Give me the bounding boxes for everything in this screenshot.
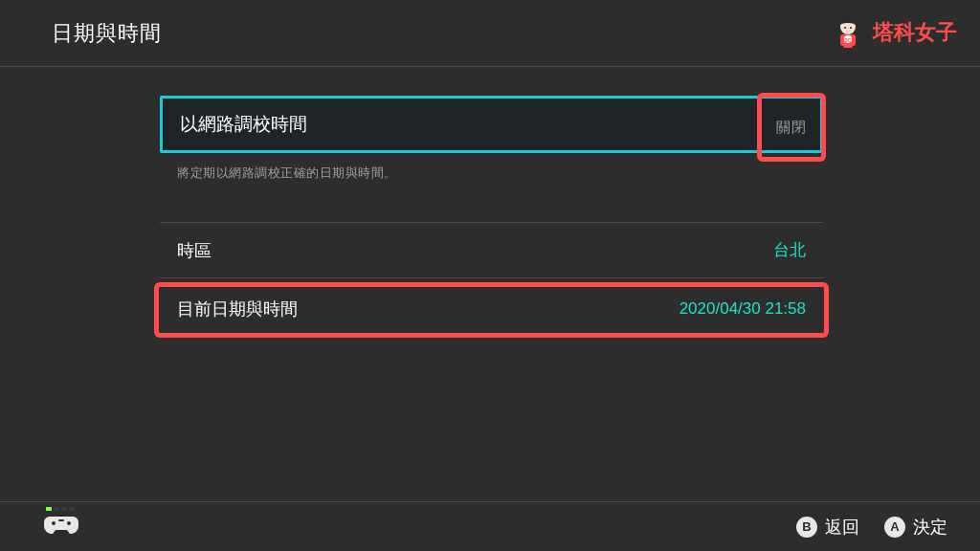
setting-current-datetime-value: 2020/04/30 21:58 — [679, 299, 806, 319]
setting-current-datetime-wrapper: 目前日期與時間 2020/04/30 21:58 — [160, 284, 823, 334]
setting-sync-network-label: 以網路調校時間 — [180, 112, 307, 137]
footer-confirm-label: 決定 — [913, 516, 947, 539]
setting-timezone[interactable]: 時區 台北 — [160, 223, 823, 278]
svg-text:3C: 3C — [845, 37, 852, 43]
svg-rect-9 — [58, 519, 64, 521]
svg-point-2 — [850, 27, 852, 29]
footer-confirm-button[interactable]: A 決定 — [884, 516, 947, 539]
a-button-icon: A — [884, 517, 905, 538]
brand-logo: 3C 塔科女子 — [829, 13, 957, 52]
footer-bar: B 返回 A 決定 — [0, 501, 980, 551]
brand-avatar-icon: 3C — [829, 13, 867, 52]
controller-icon — [44, 513, 78, 541]
setting-sync-network-hint: 將定期以網路調校正確的日期與時間。 — [177, 165, 823, 182]
setting-sync-network[interactable]: 以網路調校時間 關閉 — [160, 96, 823, 153]
setting-sync-network-value: 關閉 — [776, 119, 807, 137]
b-button-icon: B — [796, 517, 817, 538]
setting-current-datetime[interactable]: 目前日期與時間 2020/04/30 21:58 — [160, 284, 823, 334]
header-bar: 日期與時間 3C 塔科女子 — [0, 0, 980, 67]
setting-timezone-label: 時區 — [177, 239, 212, 262]
footer-back-label: 返回 — [825, 516, 859, 539]
footer-actions: B 返回 A 決定 — [796, 516, 947, 539]
svg-point-8 — [67, 521, 71, 525]
page-title: 日期與時間 — [52, 19, 162, 48]
setting-current-datetime-label: 目前日期與時間 — [177, 298, 298, 320]
svg-point-1 — [844, 27, 846, 29]
brand-name: 塔科女子 — [873, 18, 957, 47]
annotation-highlight-sync-value: 關閉 — [757, 93, 826, 162]
footer-back-button[interactable]: B 返回 — [796, 516, 859, 539]
settings-panel: 以網路調校時間 關閉 將定期以網路調校正確的日期與時間。 時區 台北 目前日期與… — [160, 96, 823, 334]
setting-timezone-value: 台北 — [773, 239, 806, 261]
svg-point-7 — [52, 521, 56, 525]
